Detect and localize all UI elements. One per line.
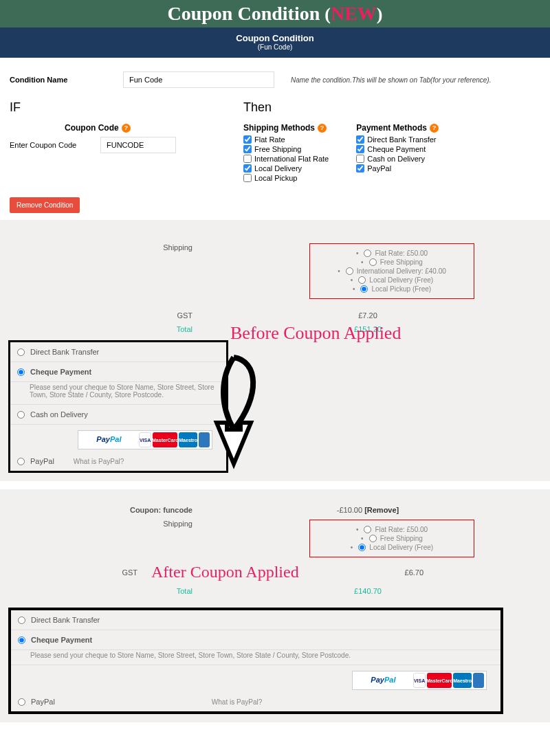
shipping-option[interactable]: Local Delivery (Free) — [317, 276, 467, 284]
visa-card-icon: VISA — [413, 673, 426, 688]
shipping-radio[interactable] — [360, 285, 368, 293]
method-label: International Flat Rate — [254, 155, 329, 163]
shipping-options-box: Flat Rate: £50.00Free ShippingInternatio… — [309, 243, 474, 299]
cheque-label: Cheque Payment — [30, 368, 91, 376]
amex-icon — [473, 673, 484, 688]
shipping-option-label: Local Delivery (Free) — [369, 276, 433, 284]
payment-option[interactable]: PayPal VISA MasterCard Maestro PayPal Wh… — [11, 665, 500, 711]
radio-cod[interactable] — [17, 411, 25, 419]
remove-coupon-link[interactable]: [Remove] — [364, 506, 399, 514]
shipping-option[interactable]: Flat Rate: £50.00 — [317, 526, 467, 533]
radio-dbt[interactable] — [18, 616, 25, 624]
maestro-icon: Maestro — [453, 673, 472, 688]
header-subtitle: (Fun Code) — [0, 43, 550, 51]
radio-paypal[interactable] — [18, 698, 25, 706]
method-checkbox[interactable] — [243, 155, 252, 163]
shipping-radio[interactable] — [364, 526, 371, 533]
method-label: Direct Bank Transfer — [367, 135, 436, 144]
checkbox-row[interactable]: Local Pickup — [243, 174, 329, 182]
checkbox-row[interactable]: PayPal — [356, 164, 439, 173]
cheque-description: Please send your cheque to Store Name, S… — [11, 650, 500, 665]
shipping-option-label: Free Shipping — [380, 258, 423, 266]
shipping-radio[interactable] — [364, 249, 371, 257]
shipping-label: Shipping — [21, 520, 206, 557]
radio-cheque[interactable] — [17, 368, 25, 376]
method-checkbox[interactable] — [243, 174, 252, 182]
shipping-option-label: Local Delivery (Free) — [369, 544, 433, 551]
shipping-option-label: Flat Rate: £50.00 — [375, 526, 428, 533]
shipping-option-label: Free Shipping — [380, 535, 423, 542]
checkbox-row[interactable]: Direct Bank Transfer — [356, 135, 439, 144]
method-checkbox[interactable] — [243, 135, 252, 144]
method-checkbox[interactable] — [356, 135, 364, 144]
help-icon[interactable]: ? — [318, 124, 327, 133]
shipping-methods-label: Shipping Methods — [243, 123, 315, 133]
shipping-radio[interactable] — [369, 535, 377, 542]
coupon-code-label: Coupon Code — [65, 123, 119, 133]
method-checkbox[interactable] — [243, 164, 252, 173]
help-icon[interactable]: ? — [122, 124, 131, 133]
remove-condition-button[interactable]: Remove Condition — [10, 197, 80, 213]
dbt-label: Direct Bank Transfer — [30, 348, 99, 356]
method-label: Cash on Delivery — [367, 155, 425, 163]
shipping-methods-group: Shipping Methods ? Flat RateFree Shippin… — [243, 123, 329, 184]
shipping-option-label: Local Pickup (Free) — [371, 285, 431, 293]
checkbox-row[interactable]: Cheque Payment — [356, 145, 439, 153]
after-cart: Coupon: funcode -£10.00 [Remove] Shippin… — [0, 489, 550, 722]
payment-panel-after: Direct Bank Transfer Cheque Payment Plea… — [8, 608, 503, 714]
radio-cheque[interactable] — [18, 636, 25, 644]
shipping-radio[interactable] — [358, 544, 366, 551]
shipping-option[interactable]: Flat Rate: £50.00 — [317, 249, 467, 257]
gst-label: GST — [21, 311, 206, 320]
mastercard-icon: MasterCard — [427, 673, 452, 688]
method-checkbox[interactable] — [356, 145, 364, 153]
coupon-code-input[interactable] — [100, 137, 176, 153]
condition-name-input[interactable] — [123, 71, 274, 88]
shipping-option[interactable]: Local Delivery (Free) — [317, 544, 467, 551]
checkbox-row[interactable]: Cash on Delivery — [356, 155, 439, 163]
what-is-paypal-link[interactable]: What is PayPal? — [212, 698, 262, 706]
method-checkbox[interactable] — [356, 164, 364, 173]
shipping-option[interactable]: International Delivery: £40.00 — [317, 267, 467, 275]
after-callout: After Coupon Applied — [151, 563, 299, 581]
method-checkbox[interactable] — [356, 155, 364, 163]
if-column: IF Coupon Code ? Enter Coupon Code — [10, 100, 243, 184]
payment-option[interactable]: Direct Bank Transfer — [11, 610, 500, 630]
shipping-radio[interactable] — [369, 258, 377, 266]
shipping-option[interactable]: Free Shipping — [317, 535, 467, 542]
payment-option[interactable]: Cheque Payment — [11, 630, 500, 650]
gst-label: GST — [21, 568, 151, 577]
mastercard-icon: MasterCard — [153, 432, 177, 447]
condition-form: Condition Name Name the condition.This w… — [0, 58, 550, 220]
checkbox-row[interactable]: Local Delivery — [243, 164, 329, 173]
method-label: Local Pickup — [254, 174, 297, 182]
method-label: Local Delivery — [254, 164, 302, 173]
radio-paypal[interactable] — [17, 458, 25, 465]
dbt-label: Direct Bank Transfer — [31, 616, 100, 624]
method-checkbox[interactable] — [243, 145, 252, 153]
gst-value: £6.70 — [299, 568, 529, 577]
checkbox-row[interactable]: Free Shipping — [243, 145, 329, 153]
help-icon[interactable]: ? — [430, 124, 439, 133]
then-heading: Then — [243, 100, 540, 115]
shipping-label: Shipping — [21, 243, 206, 299]
method-label: Flat Rate — [254, 135, 285, 144]
header-title: Coupon Condition — [0, 33, 550, 43]
visa-card-icon: VISA — [139, 432, 151, 447]
shipping-radio[interactable] — [358, 276, 366, 284]
coupon-row-label: Coupon: funcode — [21, 506, 206, 514]
banner-new: NEW — [331, 3, 377, 24]
radio-dbt[interactable] — [17, 348, 25, 356]
method-label: PayPal — [367, 164, 391, 173]
what-is-paypal-link[interactable]: What is PayPal? — [74, 458, 124, 465]
cod-label: Cash on Delivery — [30, 410, 88, 419]
checkbox-row[interactable]: International Flat Rate — [243, 155, 329, 163]
total-label: Total — [21, 587, 206, 595]
shipping-option[interactable]: Local Pickup (Free) — [317, 285, 467, 293]
paypal-logo-icon: PayPal — [96, 435, 121, 443]
coupon-discount: -£10.00 — [337, 506, 362, 514]
shipping-option[interactable]: Free Shipping — [317, 258, 467, 266]
shipping-radio[interactable] — [346, 267, 353, 275]
checkbox-row[interactable]: Flat Rate — [243, 135, 329, 144]
top-banner: Coupon Condition (NEW) — [0, 0, 550, 27]
